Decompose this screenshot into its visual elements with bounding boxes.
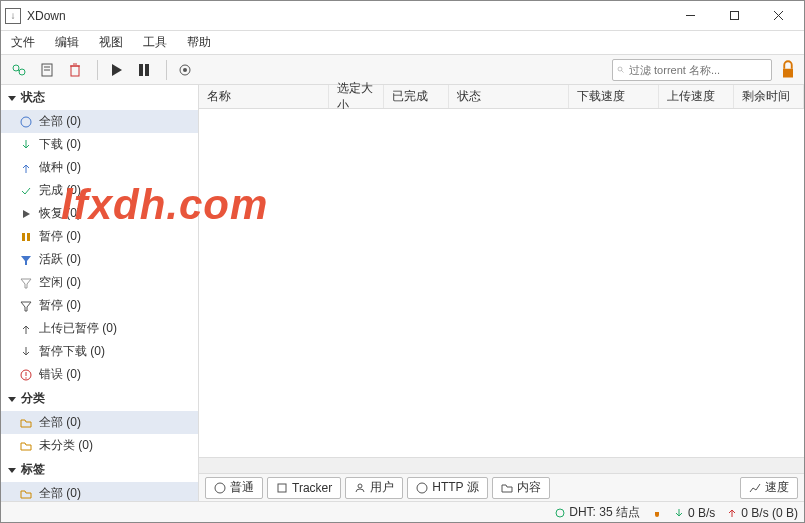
sidebar-item-category-all[interactable]: 全部 (0)	[1, 411, 198, 434]
sidebar-item-complete[interactable]: 完成 (0)	[1, 179, 198, 202]
add-link-button[interactable]	[7, 58, 31, 82]
folder-icon	[501, 482, 513, 494]
column-done[interactable]: 已完成	[384, 85, 449, 108]
tab-general[interactable]: 普通	[205, 477, 263, 499]
category-section-header[interactable]: 分类	[1, 386, 198, 411]
svg-point-31	[25, 377, 26, 378]
lock-icon[interactable]	[778, 60, 798, 80]
column-up-speed[interactable]: 上传速度	[659, 85, 734, 108]
pause-button[interactable]	[132, 58, 156, 82]
sidebar-item-download-paused[interactable]: 暂停下载 (0)	[1, 340, 198, 363]
menu-tools[interactable]: 工具	[139, 32, 171, 53]
table-body	[199, 109, 804, 457]
svg-rect-25	[27, 233, 30, 241]
sidebar-item-error[interactable]: 错误 (0)	[1, 363, 198, 386]
svg-point-37	[417, 483, 427, 493]
detail-tabs: 普通 Tracker 用户 HTTP 源 内容 速度	[199, 473, 804, 501]
svg-rect-35	[278, 484, 286, 492]
search-box[interactable]	[612, 59, 772, 81]
menu-help[interactable]: 帮助	[183, 32, 215, 53]
filter-icon	[19, 299, 33, 313]
svg-point-17	[183, 68, 187, 72]
menu-view[interactable]: 视图	[95, 32, 127, 53]
status-up-speed[interactable]: 0 B/s (0 B)	[727, 506, 798, 520]
upload-icon	[19, 161, 33, 175]
svg-marker-13	[112, 64, 122, 76]
svg-rect-15	[145, 64, 149, 76]
column-eta[interactable]: 剩余时间	[734, 85, 804, 108]
info-icon	[214, 482, 226, 494]
play-icon	[19, 207, 33, 221]
tab-tracker[interactable]: Tracker	[267, 477, 341, 499]
svg-rect-1	[730, 12, 738, 20]
svg-point-22	[21, 117, 31, 127]
svg-rect-14	[139, 64, 143, 76]
svg-point-18	[618, 67, 622, 71]
tab-peers[interactable]: 用户	[345, 477, 403, 499]
menu-edit[interactable]: 编辑	[51, 32, 83, 53]
tracker-icon	[276, 482, 288, 494]
toolbar	[1, 55, 804, 85]
svg-marker-21	[8, 96, 16, 101]
svg-marker-33	[8, 468, 16, 473]
column-down-speed[interactable]: 下载速度	[569, 85, 659, 108]
down-arrow-icon	[674, 508, 684, 518]
column-status[interactable]: 状态	[449, 85, 569, 108]
download-icon	[19, 138, 33, 152]
separator	[166, 60, 167, 80]
sidebar-item-active[interactable]: 活跃 (0)	[1, 248, 198, 271]
close-button[interactable]	[756, 2, 800, 30]
search-icon	[617, 64, 625, 76]
chevron-down-icon	[7, 465, 17, 475]
filter-icon	[19, 276, 33, 290]
column-size[interactable]: 选定大小	[329, 85, 384, 108]
sidebar-item-paused[interactable]: 暂停 (0)	[1, 225, 198, 248]
plug-icon	[652, 508, 662, 518]
settings-button[interactable]	[173, 58, 197, 82]
sidebar-item-stalled[interactable]: 暂停 (0)	[1, 294, 198, 317]
tab-speed[interactable]: 速度	[740, 477, 798, 499]
horizontal-scrollbar[interactable]	[199, 457, 804, 473]
status-down-speed[interactable]: 0 B/s	[674, 506, 715, 520]
column-name[interactable]: 名称	[199, 85, 329, 108]
sidebar-item-all[interactable]: 全部 (0)	[1, 110, 198, 133]
tab-content[interactable]: 内容	[492, 477, 550, 499]
minimize-button[interactable]	[668, 2, 712, 30]
folder-icon	[19, 416, 33, 430]
status-bar: DHT: 35 结点 0 B/s 0 B/s (0 B)	[1, 501, 804, 523]
tag-section-header[interactable]: 标签	[1, 457, 198, 482]
sidebar-item-tag-all[interactable]: 全部 (0)	[1, 482, 198, 501]
window-title: XDown	[27, 9, 668, 23]
folder-icon	[19, 487, 33, 501]
check-icon	[19, 184, 33, 198]
svg-point-38	[556, 509, 564, 517]
folder-icon	[19, 439, 33, 453]
status-section-header[interactable]: 状态	[1, 85, 198, 110]
sidebar-item-uncategorized[interactable]: 未分类 (0)	[1, 434, 198, 457]
sidebar-item-upload-paused[interactable]: 上传已暂停 (0)	[1, 317, 198, 340]
sidebar: 状态 全部 (0) 下载 (0) 做种 (0) 完成 (0) 恢复 (0) 暂停…	[1, 85, 199, 501]
chart-icon	[749, 482, 761, 494]
svg-rect-10	[71, 66, 79, 76]
sidebar-item-seeding[interactable]: 做种 (0)	[1, 156, 198, 179]
sidebar-item-resume[interactable]: 恢复 (0)	[1, 202, 198, 225]
up-arrow-icon	[727, 508, 737, 518]
sidebar-item-downloading[interactable]: 下载 (0)	[1, 133, 198, 156]
menu-file[interactable]: 文件	[7, 32, 39, 53]
svg-marker-23	[23, 210, 30, 218]
tab-http[interactable]: HTTP 源	[407, 477, 487, 499]
status-firewall[interactable]	[652, 508, 662, 518]
svg-marker-26	[21, 256, 31, 265]
svg-marker-28	[21, 302, 31, 311]
http-icon	[416, 482, 428, 494]
main-area: 状态 全部 (0) 下载 (0) 做种 (0) 完成 (0) 恢复 (0) 暂停…	[1, 85, 804, 501]
delete-button[interactable]	[63, 58, 87, 82]
add-file-button[interactable]	[35, 58, 59, 82]
upload-icon	[19, 322, 33, 336]
maximize-button[interactable]	[712, 2, 756, 30]
start-button[interactable]	[104, 58, 128, 82]
sidebar-item-idle[interactable]: 空闲 (0)	[1, 271, 198, 294]
status-dht: DHT: 35 结点	[555, 504, 640, 521]
svg-marker-32	[8, 397, 16, 402]
search-input[interactable]	[629, 64, 767, 76]
